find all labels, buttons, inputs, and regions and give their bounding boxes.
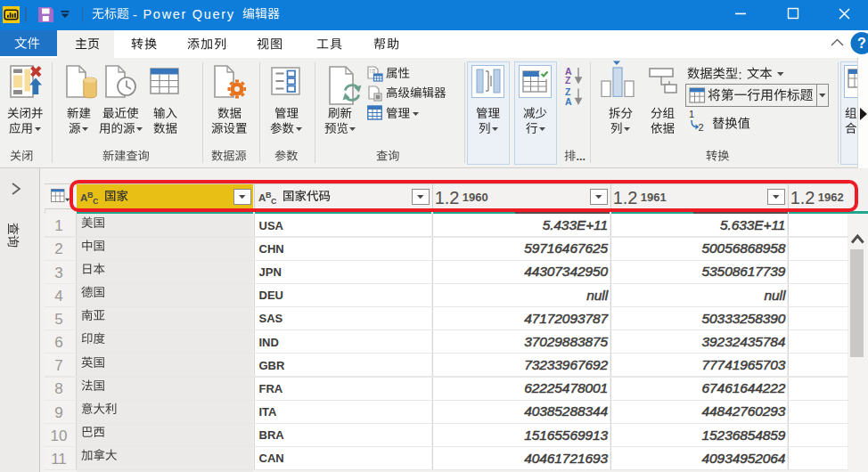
svg-text:1: 1 <box>689 109 694 119</box>
svg-text:A: A <box>565 96 572 106</box>
svg-text:Z: Z <box>565 75 571 85</box>
svg-text:?: ? <box>857 36 866 51</box>
